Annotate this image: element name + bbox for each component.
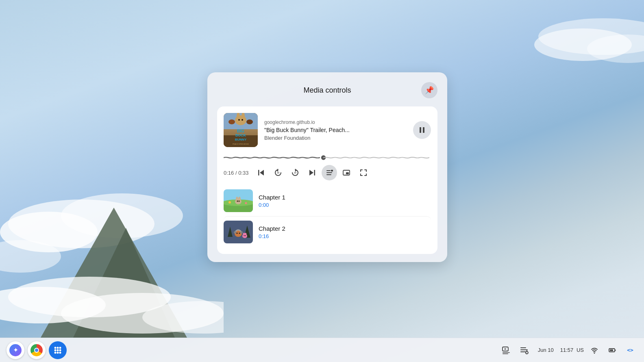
- taskbar-right: Jun 10 11:57 US: [499, 343, 637, 358]
- pause-button[interactable]: [413, 121, 431, 139]
- svg-rect-36: [314, 170, 315, 176]
- svg-point-60: [237, 233, 238, 234]
- wifi-icon: [590, 346, 598, 354]
- chapter-2-item[interactable]: Chapter 2 0:16: [224, 216, 431, 247]
- rewind-icon: 10: [274, 168, 283, 177]
- svg-point-72: [59, 349, 61, 351]
- desktop: Media controls 📌: [0, 0, 644, 362]
- chapters-button[interactable]: [322, 165, 337, 180]
- app-launcher[interactable]: [49, 341, 67, 359]
- chapter-2-info: Chapter 2 0:16: [259, 225, 431, 239]
- svg-point-51: [239, 201, 240, 202]
- svg-point-83: [526, 351, 528, 354]
- svg-point-66: [245, 235, 246, 236]
- battery-button[interactable]: [605, 343, 620, 358]
- assistant-app[interactable]: ✦: [7, 341, 24, 359]
- media-title: "Big Buck Bunny" Trailer, Peach...: [264, 127, 407, 133]
- svg-rect-78: [503, 352, 510, 353]
- progress-waveform[interactable]: [224, 154, 431, 162]
- svg-point-11: [534, 28, 632, 61]
- panel-title: Media controls: [233, 86, 421, 95]
- svg-rect-88: [615, 349, 616, 351]
- battery-icon: [608, 346, 616, 354]
- pause-icon: [418, 126, 426, 134]
- pin-icon: 📌: [425, 86, 434, 95]
- svg-text:BIG: BIG: [237, 129, 244, 133]
- svg-rect-87: [610, 349, 613, 351]
- rewind-button[interactable]: 10: [270, 165, 286, 180]
- code-button[interactable]: <>: [623, 343, 637, 358]
- svg-point-74: [57, 351, 59, 353]
- svg-point-53: [245, 202, 247, 204]
- chapter-1-info: Chapter 1 0:00: [259, 194, 431, 208]
- svg-rect-27: [420, 127, 421, 133]
- svg-point-75: [59, 351, 61, 353]
- svg-text:PEACH OPEN MOVIE: PEACH OPEN MOVIE: [233, 143, 249, 145]
- chapters-icon: [325, 169, 333, 177]
- chapter-2-thumbnail: [224, 221, 253, 243]
- svg-point-67: [54, 347, 57, 349]
- svg-marker-77: [505, 348, 507, 350]
- controls-row: 0:16 / 0:33 10: [224, 165, 431, 180]
- media-thumbnail: BIG BUCK BUNNY PEACH OPEN MOVIE: [224, 113, 258, 147]
- svg-rect-30: [258, 170, 259, 176]
- svg-rect-80: [520, 347, 526, 348]
- music-queue-icon: [520, 346, 529, 355]
- svg-point-73: [54, 351, 57, 353]
- chapters-list: Chapter 1 0:00: [224, 185, 431, 247]
- fullscreen-button[interactable]: [356, 165, 371, 180]
- media-card: BIG BUCK BUNNY PEACH OPEN MOVIE googlech…: [217, 106, 437, 254]
- chapter-2-name: Chapter 2: [259, 225, 431, 232]
- svg-rect-41: [331, 170, 333, 171]
- music-queue-button[interactable]: [517, 343, 531, 358]
- svg-rect-39: [326, 172, 332, 173]
- assistant-icon: ✦: [9, 344, 22, 356]
- chapter-1-item[interactable]: Chapter 1 0:00: [224, 185, 431, 216]
- svg-rect-79: [503, 353, 508, 354]
- svg-point-20: [228, 119, 235, 124]
- media-artist: Blender Foundation: [264, 135, 407, 141]
- svg-marker-31: [260, 170, 264, 176]
- bbb-poster: BIG BUCK BUNNY PEACH OPEN MOVIE: [224, 113, 258, 147]
- skip-back-button[interactable]: [253, 165, 269, 180]
- media-queue-icon: [502, 346, 511, 355]
- panel-header: Media controls 📌: [217, 82, 437, 98]
- forward-button[interactable]: 10: [287, 165, 303, 180]
- svg-rect-43: [346, 172, 349, 174]
- time-value: 11:57: [560, 347, 574, 353]
- mountain-background: [0, 175, 224, 338]
- pin-button[interactable]: 📌: [421, 82, 437, 98]
- chapter-1-name: Chapter 1: [259, 194, 431, 201]
- svg-point-85: [594, 352, 595, 353]
- media-details: googlechrome.github.io "Big Buck Bunny" …: [264, 119, 407, 141]
- svg-point-12: [587, 35, 644, 63]
- svg-point-61: [239, 233, 240, 234]
- media-info-row: BIG BUCK BUNNY PEACH OPEN MOVIE googlech…: [224, 113, 431, 147]
- svg-point-50: [237, 201, 238, 202]
- svg-point-71: [57, 349, 59, 351]
- chapter-2-time: 0:16: [259, 233, 431, 239]
- pip-button[interactable]: [339, 165, 354, 180]
- pip-icon: [342, 169, 350, 177]
- svg-point-19: [242, 119, 243, 121]
- skip-next-icon: [308, 169, 316, 177]
- media-controls-panel: Media controls 📌: [207, 72, 447, 262]
- chapter-1-time: 0:00: [259, 202, 431, 208]
- skip-next-button[interactable]: [305, 165, 320, 180]
- svg-rect-28: [423, 127, 424, 133]
- svg-point-10: [538, 18, 644, 55]
- chapter-1-thumbnail: [224, 189, 253, 212]
- taskbar-date[interactable]: Jun 10: [535, 345, 557, 355]
- svg-point-21: [246, 119, 253, 124]
- media-taskbar-button[interactable]: [499, 343, 513, 358]
- svg-text:10: 10: [294, 171, 297, 174]
- svg-point-68: [57, 347, 59, 349]
- locale-value: US: [577, 347, 584, 353]
- svg-text:BUCK: BUCK: [235, 133, 246, 137]
- svg-text:BUNNY: BUNNY: [235, 138, 247, 141]
- svg-point-18: [238, 119, 240, 121]
- wifi-button[interactable]: [587, 343, 602, 358]
- fullscreen-icon: [359, 169, 368, 177]
- svg-point-52: [228, 201, 231, 204]
- chrome-app[interactable]: [28, 341, 46, 359]
